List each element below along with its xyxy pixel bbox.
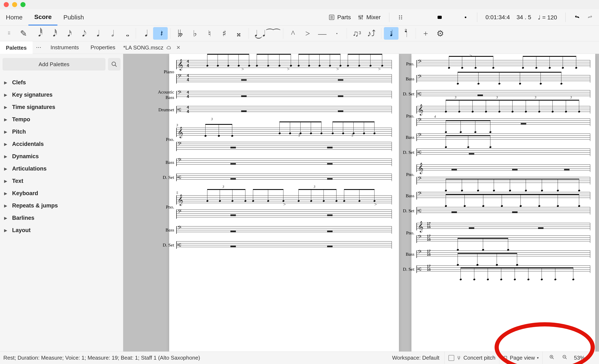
staff-lines[interactable]: 𝄥𝄦44▬▬	[176, 106, 392, 113]
close-window-button[interactable]	[4, 2, 9, 7]
palette-item-dynamics[interactable]: ▶Dynamics	[2, 150, 121, 163]
undo-icon[interactable]	[574, 14, 580, 20]
sliders-icon	[358, 14, 364, 20]
zoom-level[interactable]: 53%	[572, 355, 586, 361]
minimize-window-button[interactable]	[12, 2, 17, 7]
tie-button[interactable]: 𝅘𝅥‿𝅘𝅥	[251, 27, 266, 40]
panel-tab-instruments[interactable]: Instruments	[45, 41, 85, 54]
palette-item-pitch[interactable]: ▶Pitch	[2, 126, 121, 138]
palette-item-tempo[interactable]: ▶Tempo	[2, 113, 121, 126]
concert-pitch-toggle[interactable]: Concert pitch	[444, 352, 499, 364]
duration-8th[interactable]: 𝅘𝅥𝅮	[75, 27, 89, 40]
cloud-icon	[166, 45, 172, 50]
loop-icon[interactable]	[437, 14, 443, 20]
tempo-display[interactable]: ♩ = 120	[538, 14, 557, 21]
staff-lines[interactable]: 𝄢▬▬	[176, 142, 392, 151]
svg-point-7	[359, 16, 360, 17]
status-bar: Rest; Duration: Measure; Voice: 1; Measu…	[0, 351, 599, 364]
chevron-down-icon: ▾	[537, 356, 539, 360]
palette-item-barlines[interactable]: ▶Barlines	[2, 212, 121, 224]
panel-tab-properties[interactable]: Properties	[85, 41, 121, 54]
rest-toggle[interactable]: 𝄽	[153, 27, 168, 40]
parts-button[interactable]: Parts	[328, 14, 351, 21]
close-tab-button[interactable]: ✕	[176, 45, 180, 51]
articulation-tenuto[interactable]: —	[315, 27, 330, 40]
palette-item-text[interactable]: ▶Text	[2, 175, 121, 187]
duration-16th[interactable]: 𝅘𝅥𝅯	[60, 27, 75, 40]
tab-home[interactable]: Home	[0, 9, 28, 26]
document-tab[interactable]: *LA SONG.mscz ✕	[123, 41, 180, 54]
score-page-1[interactable]: Piano 𝄞 44 33 33 > > > >	[169, 54, 399, 351]
duration-whole[interactable]: 𝅝	[119, 27, 133, 40]
articulation-staccato[interactable]: ·	[330, 27, 344, 40]
zoom-out-button[interactable]	[559, 355, 570, 361]
add-palettes-button[interactable]: Add Palettes	[2, 58, 106, 70]
metronome-icon[interactable]	[449, 14, 456, 20]
chevron-down-icon[interactable]: ▾	[589, 356, 592, 360]
panel-menu-button[interactable]: ⋯	[33, 44, 45, 51]
time-signature[interactable]: 44	[187, 59, 189, 68]
svg-point-12	[399, 18, 400, 19]
svg-line-21	[453, 15, 454, 18]
rewind-icon[interactable]	[411, 14, 417, 20]
svg-line-27	[552, 358, 554, 359]
gear-icon[interactable]	[462, 14, 469, 20]
palette-item-articulations[interactable]: ▶Articulations	[2, 163, 121, 175]
panel-tab-palettes[interactable]: Palettes	[0, 41, 33, 54]
palette-item-time-signatures[interactable]: ▶Time signatures	[2, 101, 121, 113]
accidental-flat[interactable]: ♭	[188, 27, 202, 40]
chevron-right-icon: ▶	[4, 80, 7, 85]
staff-lines[interactable]: 𝄢 44 ▬ ▬	[176, 74, 392, 84]
tab-publish[interactable]: Publish	[57, 9, 90, 26]
articulation-accent[interactable]: >	[300, 27, 315, 40]
maximize-window-button[interactable]	[20, 2, 26, 7]
drag-handle-icon[interactable]: ⠿	[2, 27, 16, 40]
palette-item-repeats-jumps[interactable]: ▶Repeats & jumps	[2, 199, 121, 212]
workspace-label[interactable]: Workspace: Default	[392, 355, 444, 361]
svg-rect-19	[438, 16, 442, 19]
zoom-in-button[interactable]	[546, 355, 557, 361]
accidental-natural[interactable]: ♮	[202, 27, 217, 40]
slur-button[interactable]: ⁀⁀	[266, 27, 281, 40]
status-selection-info: Rest; Duration: Measure; Voice: 1; Measu…	[3, 355, 200, 361]
staff-lines[interactable]: 𝄞 3 55	[176, 128, 392, 137]
panel-tabs: Palettes ⋯ Instruments Properties	[0, 41, 599, 54]
page-view-dropdown[interactable]: Page view ▾	[499, 352, 542, 364]
svg-rect-25	[504, 356, 507, 360]
score-page-2[interactable]: Pno.𝄢 > Bass𝄢 D. Set𝄥𝄦▬ 10 Pno. 𝄞3333 𝄢4…	[411, 54, 595, 351]
staff-lines[interactable]: 𝄢44▬▬	[176, 91, 392, 98]
flip-stem-button[interactable]: ♪⤴	[364, 27, 379, 40]
note-input-toggle[interactable]: ✎	[16, 27, 31, 40]
augmentation-dot[interactable]: 𝅘𝅥.	[139, 27, 153, 40]
chevron-right-icon: ▶	[4, 191, 7, 196]
palette-item-layout[interactable]: ▶Layout	[2, 224, 121, 236]
score-canvas[interactable]: Piano 𝄞 44 33 33 > > > >	[123, 54, 599, 351]
palette-item-key-signatures[interactable]: ▶Key signatures	[2, 89, 121, 101]
duration-half[interactable]: 𝅗𝅥	[104, 27, 119, 40]
chevron-right-icon: ▶	[4, 93, 7, 97]
accidental-sharp[interactable]: ♯	[217, 27, 231, 40]
search-palettes-button[interactable]	[108, 58, 121, 70]
staff-lines[interactable]: 𝄞 44 33 33 > > > >	[176, 60, 392, 69]
drag-handle-icon[interactable]	[398, 14, 404, 20]
add-toolbar-button[interactable]: +	[418, 27, 433, 40]
svg-point-10	[399, 15, 400, 16]
tab-score[interactable]: Score	[28, 9, 57, 26]
chevron-right-icon: ▶	[4, 228, 7, 233]
play-icon[interactable]	[423, 14, 430, 20]
page-icon	[503, 356, 508, 360]
duration-32nd[interactable]: 𝅘𝅥𝅰	[45, 27, 60, 40]
voice-2-button[interactable]: 𝅘𝅥2	[398, 27, 413, 40]
mixer-button[interactable]: Mixer	[358, 14, 380, 21]
duration-64th[interactable]: 𝅘𝅥𝅱	[31, 27, 45, 40]
accidental-double-flat[interactable]: 𝄫	[173, 27, 188, 40]
accidental-double-sharp[interactable]: 𝄪	[231, 27, 246, 40]
articulation-marcato[interactable]: ^	[286, 27, 300, 40]
palette-item-keyboard[interactable]: ▶Keyboard	[2, 187, 121, 199]
toolbar-settings-button[interactable]: ⚙	[433, 27, 448, 40]
palette-item-clefs[interactable]: ▶Clefs	[2, 76, 121, 89]
duration-quarter[interactable]: 𝅘𝅥	[89, 27, 104, 40]
palette-item-accidentals[interactable]: ▶Accidentals	[2, 138, 121, 150]
tuplet-button[interactable]: ♫3	[349, 27, 364, 40]
voice-1-button[interactable]: 𝅘𝅥1	[384, 27, 398, 40]
